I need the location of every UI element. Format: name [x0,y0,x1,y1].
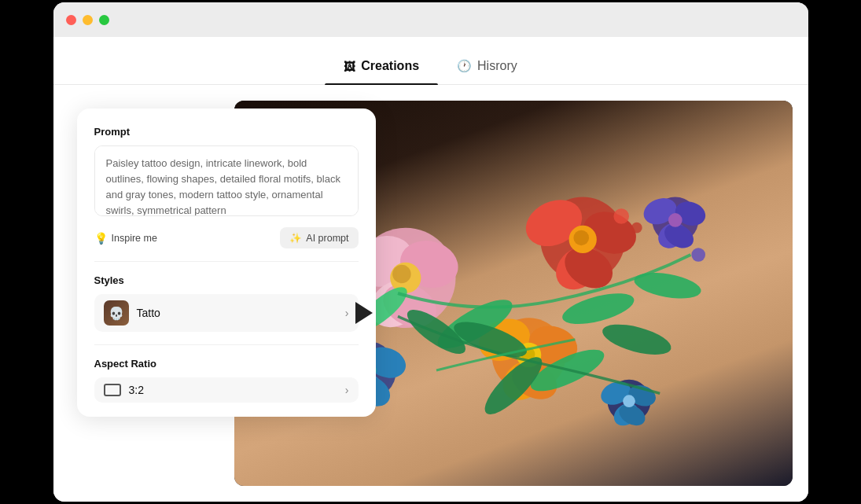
generate-button[interactable] [355,302,373,324]
styles-label: Styles [94,274,359,286]
svg-point-50 [691,248,705,262]
svg-point-44 [599,318,674,361]
browser-body: 🖼 Creations 🕐 Hisrory [53,37,808,502]
style-left: 💀 Tatto [104,300,160,326]
aspect-ratio-selector[interactable]: 3:2 › [94,377,359,403]
svg-point-41 [559,287,637,330]
inspire-icon: 💡 [94,232,108,245]
svg-point-46 [631,268,702,303]
styles-section: Styles 💀 Tatto › [94,274,359,332]
style-thumbnail: 💀 [104,300,129,326]
svg-point-49 [631,223,642,234]
maximize-button[interactable] [99,15,109,25]
chevron-right-icon: › [345,307,349,319]
prompt-textarea[interactable]: Paisley tattoo design, intricate linewor… [94,145,359,216]
aspect-left: 3:2 [104,384,144,396]
creations-icon: 🖼 [344,60,355,73]
history-icon: 🕐 [457,59,472,73]
aspect-ratio-section: Aspect Ratio 3:2 › [94,358,359,403]
main-content: Prompt Paisley tattoo design, intricate … [53,85,808,502]
browser-window: 🖼 Creations 🕐 Hisrory [53,2,808,502]
divider-2 [94,344,359,345]
svg-point-32 [668,213,682,227]
aspect-ratio-icon [104,384,121,396]
prompt-card: Prompt Paisley tattoo design, intricate … [77,109,376,417]
inspire-label: Inspire me [112,233,157,244]
divider-1 [94,261,359,262]
prompt-label: Prompt [94,126,359,138]
svg-point-13 [573,230,589,246]
tab-creations-label: Creations [361,59,419,73]
tab-bar: 🖼 Creations 🕐 Hisrory [53,37,808,85]
ai-icon: ✨ [289,232,302,244]
ai-prompt-button[interactable]: ✨ AI prompt [280,227,358,248]
svg-point-6 [392,265,411,284]
tab-history-label: Hisrory [477,59,517,73]
title-bar [53,2,808,37]
style-selector[interactable]: 💀 Tatto › [94,294,359,332]
chevron-right-icon-2: › [345,384,349,396]
minimize-button[interactable] [83,15,93,25]
aspect-ratio-value: 3:2 [129,384,144,396]
svg-point-38 [623,395,635,407]
tab-creations[interactable]: 🖼 Creations [325,51,438,84]
inspire-me-button[interactable]: 💡 Inspire me [94,232,157,245]
prompt-actions: 💡 Inspire me ✨ AI prompt [94,227,359,248]
svg-point-48 [613,208,629,224]
tab-history[interactable]: 🕐 Hisrory [438,51,536,84]
style-name: Tatto [137,307,160,319]
aspect-ratio-label: Aspect Ratio [94,358,359,370]
ai-prompt-label: AI prompt [306,233,348,244]
close-button[interactable] [66,15,76,25]
